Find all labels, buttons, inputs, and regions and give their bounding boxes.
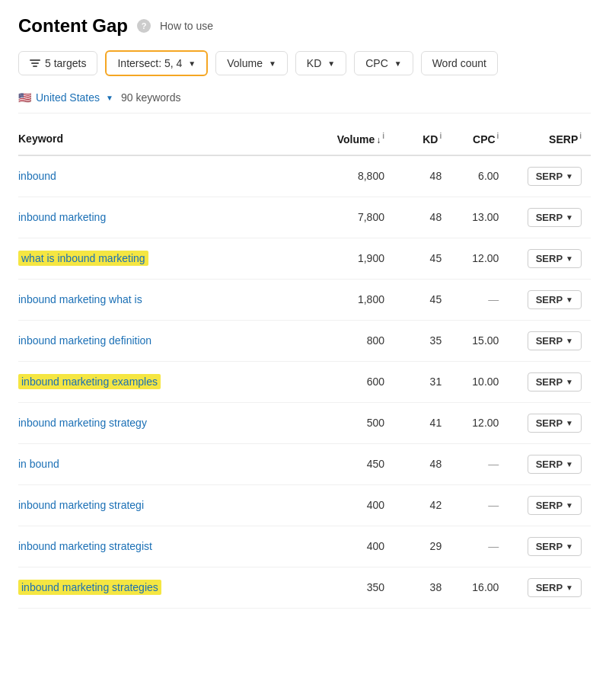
- volume-cell: 600: [304, 361, 394, 402]
- header-kd[interactable]: KDi: [394, 126, 451, 155]
- cpc-cell: —: [451, 443, 508, 484]
- serp-cell: SERP▼: [508, 155, 591, 197]
- highlighted-keyword: inbound marketing examples: [18, 374, 161, 389]
- chevron-down-icon: ▼: [566, 172, 573, 181]
- serp-button[interactable]: SERP▼: [528, 496, 582, 515]
- volume-cell: 1,900: [304, 238, 394, 279]
- kd-cell: 41: [394, 402, 451, 443]
- keywords-count: 90 keywords: [121, 91, 181, 104]
- kd-cell: 42: [394, 484, 451, 526]
- table-row: inbound8,800486.00SERP▼: [18, 155, 591, 197]
- volume-cell: 1,800: [304, 279, 394, 320]
- keyword-cell[interactable]: inbound marketing what is: [18, 279, 304, 320]
- chevron-down-icon: ▼: [566, 254, 573, 263]
- keyword-cell[interactable]: inbound marketing examples: [18, 361, 304, 402]
- volume-button[interactable]: Volume ▼: [215, 51, 288, 75]
- serp-button[interactable]: SERP▼: [528, 208, 582, 227]
- header-cpc[interactable]: CPCi: [451, 126, 508, 155]
- region-button[interactable]: 🇺🇸 United States ▼: [18, 91, 113, 104]
- serp-button[interactable]: SERP▼: [528, 537, 582, 556]
- keyword-cell[interactable]: inbound marketing strategist: [18, 526, 304, 567]
- keyword-cell[interactable]: in bound: [18, 443, 304, 484]
- cpc-cell: 6.00: [451, 155, 508, 197]
- serp-cell: SERP▼: [508, 197, 591, 238]
- cpc-cell: —: [451, 526, 508, 567]
- serp-button[interactable]: SERP▼: [528, 331, 582, 350]
- region-row: 🇺🇸 United States ▼ 90 keywords: [18, 91, 591, 113]
- cpc-cell: 10.00: [451, 361, 508, 402]
- serp-cell: SERP▼: [508, 443, 591, 484]
- keyword-cell[interactable]: inbound: [18, 155, 304, 197]
- header-keyword: Keyword: [18, 126, 304, 155]
- cpc-cell: 16.00: [451, 567, 508, 608]
- toolbar: 5 targets Intersect: 5, 4 ▼ Volume ▼ KD …: [18, 50, 591, 76]
- chevron-down-icon: ▼: [394, 59, 402, 68]
- table-row: inbound marketing7,8004813.00SERP▼: [18, 197, 591, 238]
- volume-cell: 800: [304, 320, 394, 361]
- table-row: inbound marketing strategies3503816.00SE…: [18, 567, 591, 608]
- serp-button[interactable]: SERP▼: [528, 290, 582, 309]
- serp-button[interactable]: SERP▼: [528, 414, 582, 433]
- volume-cell: 400: [304, 484, 394, 526]
- table-row: inbound marketing strategist40029—SERP▼: [18, 526, 591, 567]
- how-to-use-link[interactable]: How to use: [160, 20, 213, 32]
- volume-cell: 400: [304, 526, 394, 567]
- serp-button[interactable]: SERP▼: [528, 455, 582, 474]
- header-serp[interactable]: SERPi: [508, 126, 591, 155]
- serp-cell: SERP▼: [508, 526, 591, 567]
- kd-cell: 48: [394, 443, 451, 484]
- volume-cell: 350: [304, 567, 394, 608]
- chevron-down-icon: ▼: [566, 460, 573, 468]
- kd-cell: 38: [394, 567, 451, 608]
- chevron-down-icon: ▼: [566, 542, 573, 551]
- intersect-button[interactable]: Intersect: 5, 4 ▼: [105, 50, 208, 76]
- keyword-cell[interactable]: inbound marketing strategies: [18, 567, 304, 608]
- keyword-cell[interactable]: inbound marketing: [18, 197, 304, 238]
- cpc-cell: 15.00: [451, 320, 508, 361]
- volume-cell: 7,800: [304, 197, 394, 238]
- kd-cell: 48: [394, 155, 451, 197]
- keyword-cell[interactable]: inbound marketing definition: [18, 320, 304, 361]
- chevron-down-icon: ▼: [327, 59, 335, 68]
- kd-cell: 45: [394, 238, 451, 279]
- highlighted-keyword: what is inbound marketing: [18, 251, 148, 266]
- table-row: inbound marketing what is1,80045—SERP▼: [18, 279, 591, 320]
- serp-cell: SERP▼: [508, 402, 591, 443]
- kd-button[interactable]: KD ▼: [295, 51, 346, 75]
- chevron-down-icon: ▼: [269, 59, 276, 68]
- cpc-cell: 12.00: [451, 238, 508, 279]
- serp-button[interactable]: SERP▼: [528, 249, 582, 268]
- intersect-label: Intersect: 5, 4: [117, 57, 182, 69]
- keyword-cell[interactable]: inbound marketing strategy: [18, 402, 304, 443]
- kd-cell: 29: [394, 526, 451, 567]
- table-row: in bound45048—SERP▼: [18, 443, 591, 484]
- flag-icon: 🇺🇸: [18, 91, 31, 104]
- filter-icon: [30, 59, 40, 67]
- serp-button[interactable]: SERP▼: [528, 372, 582, 392]
- table-row: inbound marketing strategy5004112.00SERP…: [18, 402, 591, 443]
- table-row: inbound marketing definition8003515.00SE…: [18, 320, 591, 361]
- targets-button[interactable]: 5 targets: [18, 51, 97, 75]
- keyword-cell[interactable]: what is inbound marketing: [18, 238, 304, 279]
- volume-cell: 500: [304, 402, 394, 443]
- kd-cell: 48: [394, 197, 451, 238]
- keyword-cell[interactable]: inbound marketing strategi: [18, 484, 304, 526]
- help-icon[interactable]: ?: [137, 19, 151, 33]
- serp-cell: SERP▼: [508, 320, 591, 361]
- cpc-button[interactable]: CPC ▼: [354, 51, 413, 75]
- volume-cell: 8,800: [304, 155, 394, 197]
- serp-cell: SERP▼: [508, 361, 591, 402]
- keywords-table: Keyword Volume↓i KDi CPCi SERPi inbound8…: [18, 126, 591, 609]
- serp-cell: SERP▼: [508, 238, 591, 279]
- word-count-button[interactable]: Word count: [421, 51, 498, 75]
- header-volume[interactable]: Volume↓i: [304, 126, 394, 155]
- serp-button[interactable]: SERP▼: [528, 578, 582, 597]
- volume-cell: 450: [304, 443, 394, 484]
- serp-button[interactable]: SERP▼: [528, 167, 582, 186]
- chevron-down-icon: ▼: [566, 378, 573, 386]
- chevron-down-icon: ▼: [188, 59, 196, 68]
- kd-label: KD: [307, 57, 321, 69]
- cpc-cell: 12.00: [451, 402, 508, 443]
- table-row: inbound marketing examples6003110.00SERP…: [18, 361, 591, 402]
- chevron-down-icon: ▼: [566, 213, 573, 222]
